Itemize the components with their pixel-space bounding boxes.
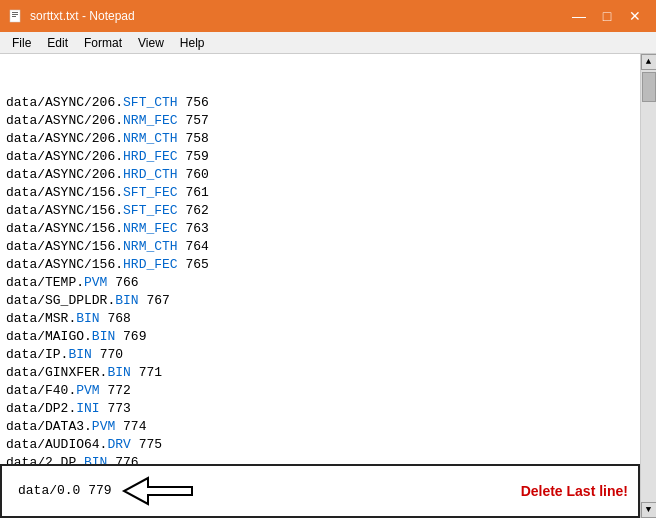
maximize-button[interactable]: □ <box>594 6 620 26</box>
text-line: data/ASYNC/206.NRM_CTH 758 <box>6 130 636 148</box>
menu-help[interactable]: Help <box>172 34 213 52</box>
close-button[interactable]: ✕ <box>622 6 648 26</box>
text-line: data/ASYNC/206.HRD_CTH 760 <box>6 166 636 184</box>
text-line: data/F40.PVM 772 <box>6 382 636 400</box>
menu-bar: File Edit Format View Help <box>0 32 656 54</box>
text-content[interactable]: data/ASYNC/206.SFT_CTH 756data/ASYNC/206… <box>0 54 640 518</box>
menu-format[interactable]: Format <box>76 34 130 52</box>
text-line: data/GINXFER.BIN 771 <box>6 364 636 382</box>
annotation-box: data/0.0 779 Delete Last line! <box>0 464 640 518</box>
scrollbar[interactable]: ▲ ▼ <box>640 54 656 518</box>
text-line: data/ASYNC/156.NRM_CTH 764 <box>6 238 636 256</box>
text-line: data/IP.BIN 770 <box>6 346 636 364</box>
window: sorttxt.txt - Notepad — □ ✕ File Edit Fo… <box>0 0 656 518</box>
delete-label: Delete Last line! <box>521 483 628 499</box>
text-line: data/ASYNC/156.SFT_FEC 761 <box>6 184 636 202</box>
window-title: sorttxt.txt - Notepad <box>30 9 135 23</box>
text-line: data/ASYNC/156.NRM_FEC 763 <box>6 220 636 238</box>
svg-rect-3 <box>12 16 16 17</box>
svg-rect-2 <box>12 14 18 15</box>
arrow-left-container: data/0.0 779 <box>12 474 198 508</box>
menu-file[interactable]: File <box>4 34 39 52</box>
scrollbar-down[interactable]: ▼ <box>641 502 657 518</box>
minimize-button[interactable]: — <box>566 6 592 26</box>
text-line: data/AUDIO64.DRV 775 <box>6 436 636 454</box>
scrollbar-track[interactable] <box>641 70 656 502</box>
title-bar: sorttxt.txt - Notepad — □ ✕ <box>0 0 656 32</box>
app-icon <box>8 8 24 24</box>
svg-rect-1 <box>12 12 18 13</box>
text-line: data/ASYNC/206.SFT_CTH 756 <box>6 94 636 112</box>
last-line-text: data/0.0 779 <box>12 482 112 500</box>
title-bar-left: sorttxt.txt - Notepad <box>8 8 135 24</box>
menu-edit[interactable]: Edit <box>39 34 76 52</box>
text-line: data/TEMP.PVM 766 <box>6 274 636 292</box>
text-line: data/ASYNC/156.HRD_FEC 765 <box>6 256 636 274</box>
text-line: data/ASYNC/156.SFT_FEC 762 <box>6 202 636 220</box>
text-line: data/ASYNC/206.HRD_FEC 759 <box>6 148 636 166</box>
text-line: data/DP2.INI 773 <box>6 400 636 418</box>
menu-view[interactable]: View <box>130 34 172 52</box>
text-line: data/DATA3.PVM 774 <box>6 418 636 436</box>
text-line: data/MSR.BIN 768 <box>6 310 636 328</box>
text-line: data/SG_DPLDR.BIN 767 <box>6 292 636 310</box>
scrollbar-up[interactable]: ▲ <box>641 54 657 70</box>
arrow-left-icon <box>118 474 198 508</box>
scrollbar-thumb[interactable] <box>642 72 656 102</box>
editor-area: data/ASYNC/206.SFT_CTH 756data/ASYNC/206… <box>0 54 656 518</box>
text-line: data/ASYNC/206.NRM_FEC 757 <box>6 112 636 130</box>
svg-marker-4 <box>124 478 192 504</box>
text-line: data/MAIGO.BIN 769 <box>6 328 636 346</box>
title-controls: — □ ✕ <box>566 6 648 26</box>
